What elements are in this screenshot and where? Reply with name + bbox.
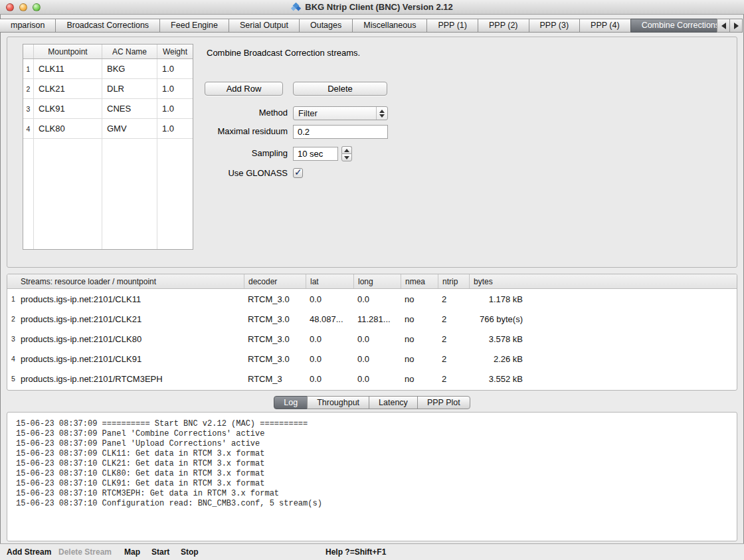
table-cell: 1.0 bbox=[157, 64, 193, 74]
log-output: 15-06-23 08:37:09 ========== Start BNC v… bbox=[7, 413, 737, 515]
table-cell: 0.0 bbox=[353, 374, 401, 384]
table-cell: no bbox=[401, 354, 438, 364]
table-cell: CLK21 bbox=[33, 84, 102, 94]
tab-miscellaneous[interactable]: Miscellaneous bbox=[352, 19, 427, 33]
column-header-mountpoint: Mountpoint bbox=[33, 45, 102, 58]
row-number: 4 bbox=[23, 125, 33, 133]
row-number: 3 bbox=[23, 105, 33, 113]
tab-scroll-right-button[interactable] bbox=[729, 19, 743, 33]
table-cell: 0.0 bbox=[306, 334, 353, 344]
tab-throughput[interactable]: Throughput bbox=[307, 396, 369, 409]
action-start[interactable]: Start bbox=[151, 544, 169, 560]
log-tab-bar: LogThroughputLatencyPPP Plot bbox=[0, 396, 744, 409]
stream-row[interactable]: 5products.igs-ip.net:2101/RTCM3EPHRTCM_3… bbox=[7, 369, 737, 389]
tab-broadcast-corrections[interactable]: Broadcast Corrections bbox=[55, 19, 160, 33]
table-cell: 2 bbox=[438, 314, 469, 324]
action-delete-stream[interactable]: Delete Stream bbox=[58, 544, 112, 560]
table-cell: 3.578 kB bbox=[469, 334, 737, 344]
app-icon bbox=[291, 3, 301, 12]
action-add-stream[interactable]: Add Stream bbox=[7, 544, 51, 560]
combine-table-row[interactable]: 1CLK11BKG1.0 bbox=[23, 59, 193, 79]
table-cell: 1.178 kB bbox=[469, 294, 737, 304]
table-cell: DLR bbox=[102, 84, 157, 94]
combine-corrections-panel: MountpointAC NameWeight 1CLK11BKG1.02CLK… bbox=[7, 37, 737, 268]
bottom-action-bar: Help ?=Shift+F1 Add StreamDelete StreamM… bbox=[0, 543, 744, 560]
sampling-step-up-button[interactable] bbox=[341, 146, 352, 153]
action-map[interactable]: Map bbox=[124, 544, 140, 560]
titlebar[interactable]: BKG Ntrip Client (BNC) Version 2.12 bbox=[0, 0, 744, 15]
method-value: Filter bbox=[294, 108, 376, 118]
table-cell: 2 bbox=[438, 294, 469, 304]
delete-button[interactable]: Delete bbox=[293, 82, 387, 96]
tab-ppp-1[interactable]: PPP (1) bbox=[426, 19, 478, 33]
table-cell: RTCM_3.0 bbox=[244, 294, 306, 304]
column-header-ntrip: ntrip bbox=[438, 274, 469, 288]
arrow-down-icon bbox=[344, 156, 349, 159]
combine-table-row[interactable]: 2CLK21DLR1.0 bbox=[23, 79, 193, 99]
tab-ppp-2[interactable]: PPP (2) bbox=[478, 19, 529, 33]
column-header-nmea: nmea bbox=[401, 274, 438, 288]
table-cell: CLK11 bbox=[33, 64, 102, 74]
panel-description: Combine Broadcast Correction streams. bbox=[207, 48, 360, 58]
stream-row[interactable]: 1products.igs-ip.net:2101/CLK11RTCM_3.00… bbox=[7, 289, 737, 309]
action-stop[interactable]: Stop bbox=[181, 544, 199, 560]
use-glonass-label: Use GLONASS bbox=[114, 168, 288, 178]
tab-mparison[interactable]: mparison bbox=[0, 19, 56, 33]
stream-row[interactable]: 2products.igs-ip.net:2101/CLK21RTCM_3.04… bbox=[7, 309, 737, 329]
table-cell: 0.0 bbox=[306, 374, 353, 384]
max-residuum-input[interactable] bbox=[293, 125, 388, 139]
table-cell: no bbox=[401, 294, 438, 304]
table-cell: 0.0 bbox=[306, 354, 353, 364]
table-cell: 3.552 kB bbox=[469, 374, 737, 384]
sampling-input[interactable] bbox=[293, 147, 338, 161]
add-row-button[interactable]: Add Row bbox=[205, 82, 283, 96]
table-cell: no bbox=[401, 334, 438, 344]
tab-ppp-3[interactable]: PPP (3) bbox=[529, 19, 581, 33]
main-tab-bar: mparisonBroadcast CorrectionsFeed Engine… bbox=[0, 19, 744, 33]
table-cell: 1.0 bbox=[157, 84, 193, 94]
row-number: 4 bbox=[7, 355, 19, 363]
table-cell: CLK80 bbox=[33, 124, 102, 134]
tab-ppp-4[interactable]: PPP (4) bbox=[579, 19, 631, 33]
table-cell: RTCM_3 bbox=[244, 374, 306, 384]
streams-table-header: Streams: resource loader / mountpointdec… bbox=[7, 274, 737, 289]
stream-row[interactable]: 3products.igs-ip.net:2101/CLK80RTCM_3.00… bbox=[7, 329, 737, 349]
use-glonass-checkbox[interactable] bbox=[293, 168, 303, 178]
table-cell: 2.26 kB bbox=[469, 354, 737, 364]
row-number: 1 bbox=[7, 295, 19, 303]
row-number: 3 bbox=[7, 335, 19, 343]
tab-outages[interactable]: Outages bbox=[299, 19, 353, 33]
log-panel: 15-06-23 08:37:09 ========== Start BNC v… bbox=[7, 412, 737, 541]
tab-combine-corrections[interactable]: Combine Corrections bbox=[630, 19, 731, 33]
table-cell: RTCM_3.0 bbox=[244, 314, 306, 324]
tab-log[interactable]: Log bbox=[274, 396, 308, 409]
tab-feed-engine[interactable]: Feed Engine bbox=[159, 19, 229, 33]
row-number: 2 bbox=[23, 85, 33, 93]
row-number: 1 bbox=[23, 65, 33, 73]
tab-latency[interactable]: Latency bbox=[369, 396, 418, 409]
table-cell: products.igs-ip.net:2101/RTCM3EPH bbox=[19, 374, 244, 384]
table-cell: CLK91 bbox=[33, 104, 102, 114]
tab-ppp-plot[interactable]: PPP Plot bbox=[417, 396, 470, 409]
tab-scroll-buttons bbox=[717, 19, 743, 33]
tab-scroll-left-button[interactable] bbox=[717, 19, 730, 33]
table-cell: 766 byte(s) bbox=[469, 314, 737, 324]
sampling-stepper bbox=[341, 146, 352, 161]
method-select[interactable]: Filter bbox=[293, 106, 388, 120]
table-cell: BKG bbox=[102, 64, 157, 74]
chevron-right-icon bbox=[734, 23, 739, 29]
chevron-left-icon bbox=[721, 23, 726, 29]
column-header-ac-name: AC Name bbox=[102, 45, 157, 58]
tab-serial-output[interactable]: Serial Output bbox=[229, 19, 300, 33]
corner-header bbox=[23, 45, 33, 58]
stream-row[interactable]: 4products.igs-ip.net:2101/CLK91RTCM_3.00… bbox=[7, 349, 737, 369]
column-header-weight: Weight bbox=[157, 45, 193, 58]
table-cell: no bbox=[401, 314, 438, 324]
help-hint[interactable]: Help ?=Shift+F1 bbox=[326, 544, 386, 560]
table-cell: products.igs-ip.net:2101/CLK91 bbox=[19, 354, 244, 364]
main-tab-bar-wrap: mparisonBroadcast CorrectionsFeed Engine… bbox=[0, 19, 744, 33]
table-cell: 0.0 bbox=[306, 294, 353, 304]
column-header-decoder: decoder bbox=[244, 274, 306, 288]
row-number: 5 bbox=[7, 375, 19, 383]
sampling-step-down-button[interactable] bbox=[341, 153, 352, 161]
